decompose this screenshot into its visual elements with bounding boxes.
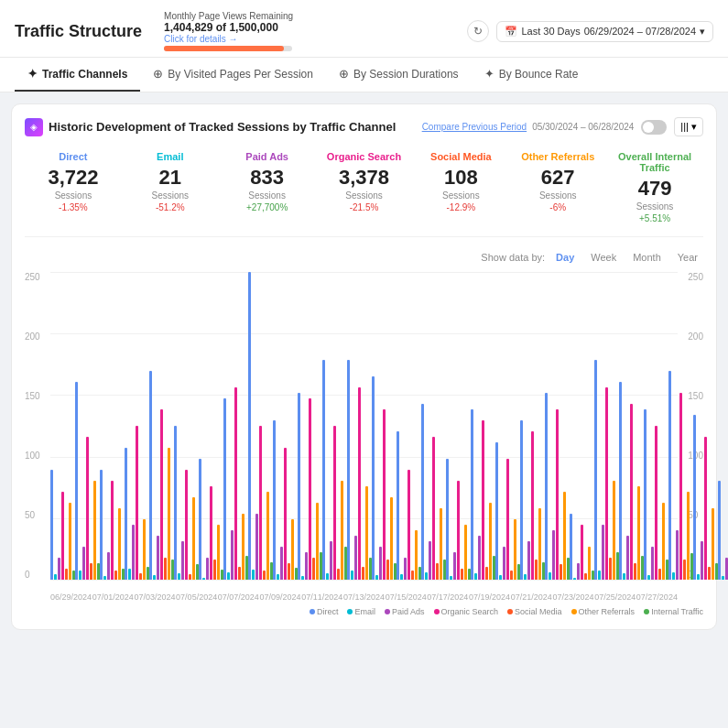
x-label-10: 07/19/2024 (469, 592, 510, 602)
bar (560, 564, 562, 580)
bar (647, 575, 650, 580)
bar (527, 541, 530, 580)
legend-item-email: Email (347, 607, 375, 616)
bar (351, 570, 353, 580)
page-views-link[interactable]: Click for details → (164, 34, 293, 44)
legend-dot (310, 609, 315, 614)
bar (107, 552, 110, 580)
data-btn-week[interactable]: Week (585, 250, 622, 265)
bar (333, 426, 336, 580)
legend-item-paid-ads: Paid Ads (385, 607, 425, 616)
bar (510, 570, 513, 580)
bar (263, 570, 266, 580)
bar (446, 459, 449, 580)
legend-label: Email (354, 607, 375, 616)
bar (697, 574, 700, 580)
bar-group-19 (520, 272, 545, 580)
progress-bar-container (164, 46, 292, 51)
bar (683, 560, 686, 580)
data-btn-month[interactable]: Month (627, 250, 667, 265)
bar (242, 514, 244, 580)
compare-period: Compare Previous Period 05/30/2024 – 06/… (422, 122, 635, 132)
legend-label: Organic Search (441, 607, 499, 616)
bar (432, 437, 435, 580)
bar (704, 437, 707, 580)
bar (217, 525, 220, 580)
bar (651, 547, 654, 580)
date-range-button[interactable]: 📅 Last 30 Days 06/29/2024 – 07/28/2024 ▾ (496, 21, 713, 42)
x-label-1: 07/01/2024 (92, 592, 134, 602)
metric-channel: Organic Search (318, 151, 411, 162)
bar-group-22 (594, 272, 619, 580)
bar (605, 387, 608, 580)
bar (383, 409, 386, 580)
metric-channel: Social Media (414, 151, 507, 162)
compare-period-label[interactable]: Compare Previous Period (422, 122, 527, 132)
chart-options-button[interactable]: ||| ▾ (674, 117, 703, 136)
bar (461, 569, 463, 580)
x-label-0: 06/29/2024 (50, 592, 92, 602)
bar (552, 530, 555, 580)
bar (440, 508, 442, 580)
metric-change: -51.2% (124, 202, 217, 212)
bar (570, 514, 572, 580)
bar (482, 420, 484, 580)
metric-label: Sessions (27, 190, 120, 201)
x-label-11: 07/21/2024 (511, 592, 552, 602)
bar-group-18 (495, 272, 520, 580)
data-btn-year[interactable]: Year (672, 250, 703, 265)
tab-visited-pages[interactable]: ⊕ By Visited Pages Per Session (140, 58, 326, 92)
metric-item-overall-internal-traffic: Overall Internal Traffic 479 Sessions +5… (606, 147, 703, 227)
bar (111, 481, 114, 580)
bar (436, 563, 439, 580)
tab-bounce-rate[interactable]: ✦ By Bounce Rate (472, 58, 592, 92)
bar (644, 409, 647, 580)
page-views-label: Monthly Page Views Remaining (164, 11, 293, 21)
bar (252, 570, 255, 580)
bar (411, 570, 414, 580)
bar (125, 448, 127, 580)
tab-bounce-rate-label: By Bounce Rate (499, 68, 579, 81)
metric-label: Sessions (124, 190, 217, 201)
x-label-9: 07/17/2024 (427, 592, 468, 602)
legend-item-direct: Direct (310, 607, 339, 616)
legend-label: Social Media (515, 607, 562, 616)
metric-item-email: Email 21 Sessions -51.2% (122, 147, 219, 227)
metric-value: 21 (124, 166, 217, 190)
data-btn-day[interactable]: Day (550, 250, 580, 265)
metric-label: Sessions (221, 190, 314, 201)
bar (372, 376, 375, 580)
tab-traffic-channels[interactable]: ✦ Traffic Channels (15, 58, 140, 92)
bar (457, 481, 460, 580)
bar (160, 409, 163, 580)
bar (330, 541, 332, 580)
metric-label: Sessions (608, 201, 701, 212)
bar (50, 470, 53, 580)
bar (676, 530, 679, 580)
bar (693, 415, 696, 580)
bar (192, 497, 195, 580)
tab-session-durations[interactable]: ⊕ By Session Durations (326, 58, 472, 92)
bar (474, 573, 477, 580)
metric-change: +27,700% (221, 202, 314, 212)
bar (556, 409, 559, 580)
bar (679, 393, 682, 580)
bar-group-11 (322, 272, 347, 580)
metrics-row: Direct 3,722 Sessions -1.35% Email 21 Se… (25, 147, 703, 237)
compare-toggle[interactable] (641, 120, 667, 135)
bar (407, 470, 410, 580)
metric-label: Sessions (414, 190, 507, 201)
bar (164, 558, 167, 580)
y-axis-left: 250 200 150 100 50 0 (25, 272, 40, 602)
metric-item-social-media: Social Media 108 Sessions -12.9% (412, 147, 509, 227)
bar (421, 404, 424, 580)
refresh-button[interactable]: ↻ (467, 20, 489, 42)
bar (103, 576, 106, 580)
bar (708, 567, 711, 580)
bar (623, 573, 625, 580)
bar (701, 541, 703, 580)
bar (61, 492, 64, 580)
page-header: Traffic Structure Monthly Page Views Rem… (0, 0, 728, 58)
page-views-count: 1,404,829 of 1,500,000 (164, 21, 293, 34)
bar (531, 431, 534, 580)
